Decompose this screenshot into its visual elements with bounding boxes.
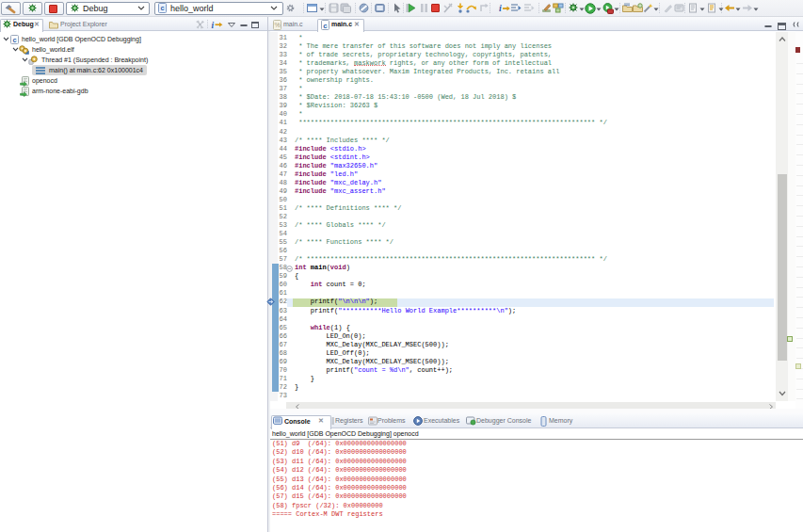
svg-text:c: c [160, 4, 164, 12]
svg-text:%: % [274, 22, 280, 28]
svg-text:i: i [212, 21, 215, 30]
svg-text:i: i [499, 3, 502, 13]
svg-text:c: c [323, 22, 328, 30]
svg-text:c: c [12, 36, 16, 44]
